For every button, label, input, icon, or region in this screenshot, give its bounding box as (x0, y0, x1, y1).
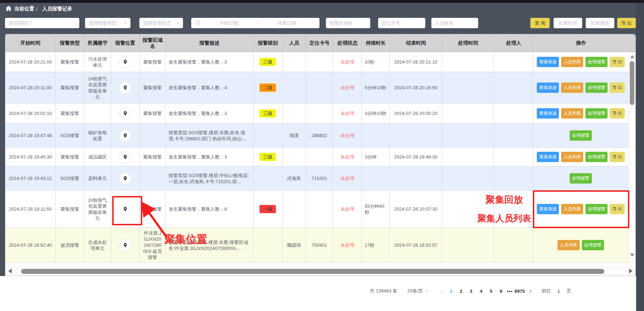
page-number-6[interactable]: 6 (496, 289, 506, 294)
card-no-cell: 286802 (306, 124, 333, 147)
table-header-row: 开始时间报警类型所属楼宇报警位置报警区域名报警描述报警级别人员定位卡号处理状态持… (5, 34, 635, 52)
table-body: 2024-07-28 20:21:00聚集报警污水处理单元聚集报警发生聚集报警，… (5, 52, 628, 267)
action-handle-button[interactable]: 处理报警 (585, 108, 608, 119)
action-track-button[interactable]: 聚集轨迹 (537, 108, 559, 119)
card-placeholder: 定位卡号 (382, 20, 422, 26)
prev-page-button[interactable]: ‹ (440, 287, 442, 295)
start-time-cell: 2024-07-28 19:43:12 (5, 166, 56, 190)
column-header: 报警位置 (111, 34, 140, 52)
location-pin-icon[interactable] (119, 239, 131, 251)
card-no-input[interactable]: 定位卡号 (378, 18, 425, 28)
handle-time-cell (442, 104, 494, 123)
card-no-cell (306, 191, 333, 227)
area-cell (140, 124, 166, 147)
person-cell (283, 148, 306, 166)
building-cell: 锅炉发电装置 (84, 124, 111, 147)
action-handle-button[interactable]: 处理报警 (582, 240, 604, 250)
action-list-button[interactable]: 人员列表 (561, 57, 583, 67)
horizontal-scrollbar[interactable] (5, 267, 635, 276)
location-pin-icon[interactable] (119, 56, 131, 68)
person-name-input[interactable]: 人员姓名 (431, 18, 478, 28)
page-number-3[interactable]: 3 (466, 289, 476, 294)
action-handle-button[interactable]: 处理报警 (570, 173, 592, 184)
status-text: 未处理 (340, 85, 354, 91)
vertical-scrollbar-thumb[interactable] (630, 61, 634, 105)
handle-status-cell: 未处理 (333, 191, 362, 227)
horizontal-scrollbar-thumb[interactable] (21, 269, 604, 274)
location-pin-icon[interactable] (119, 151, 131, 163)
card-no-cell (306, 148, 333, 166)
row-actions-cell: 处理报警 (533, 124, 628, 147)
breadcrumb-current: 人员报警记录 (42, 6, 72, 12)
duration-cell (362, 166, 390, 190)
location-pin-icon[interactable] (119, 172, 131, 185)
alarm-location-cell (111, 166, 140, 190)
action-export-button[interactable]: 导 出 (610, 152, 624, 162)
goto-page-input[interactable]: 1 (554, 289, 563, 294)
scroll-up-icon[interactable] (630, 55, 634, 58)
more-pages-icon[interactable]: ••• (507, 289, 513, 294)
next-page-button[interactable]: › (530, 287, 532, 295)
start-time-cell: 2024-07-28 18:52:40 (5, 228, 56, 262)
handle-status-select[interactable]: 选择处理状态 ∨ (139, 18, 183, 28)
person-cell (283, 72, 306, 103)
building-cell (84, 104, 111, 123)
page-number-5[interactable]: 5 (486, 289, 496, 294)
action-track-button[interactable]: 聚集轨迹 (537, 57, 559, 67)
action-export-button[interactable]: 导 出 (610, 108, 624, 119)
page-number-last[interactable]: 6975 (514, 289, 526, 294)
action-handle-button[interactable]: 处理报警 (585, 152, 608, 162)
location-pin-icon[interactable] (119, 82, 131, 94)
action-list-button[interactable]: 人员列表 (561, 152, 583, 162)
action-handle-button[interactable]: 处理报警 (585, 82, 608, 93)
area-cell: 聚集报警 (140, 52, 166, 72)
page-size-select[interactable]: 20条/页 ∨ (407, 288, 428, 294)
location-pin-icon[interactable] (119, 130, 131, 142)
page-number-1[interactable]: 1 (446, 289, 456, 294)
handle-time-cell (442, 72, 494, 103)
alarm-level-cell (253, 228, 283, 262)
date-range-picker[interactable]: 开始日期 - 结束日期 (191, 18, 319, 28)
alarm-location-cell (111, 72, 140, 103)
vertical-scrollbar[interactable] (628, 52, 635, 267)
action-list-button[interactable]: 人员列表 (561, 82, 583, 93)
status-text: 未处理 (340, 175, 354, 181)
batch-handle-button[interactable]: 批量处理 (554, 18, 582, 28)
page-number-4[interactable]: 4 (476, 289, 486, 294)
table-row: 2024-07-28 19:43:12SOS报警原料单元报警类型:SOS报警,楼… (5, 166, 628, 191)
alarm-type-cell: 聚集报警 (56, 104, 84, 123)
scroll-left-icon[interactable] (8, 269, 12, 274)
action-export-button[interactable]: 导 出 (610, 82, 624, 93)
location-pin-icon[interactable] (119, 107, 131, 120)
export-button[interactable]: 导 出 (617, 18, 636, 28)
department-select[interactable]: 请选择部门 (5, 18, 79, 28)
query-button[interactable]: 查 询 (530, 18, 550, 28)
handler-cell (494, 228, 533, 262)
action-list-button[interactable]: 人员列表 (558, 240, 580, 250)
handle-status-cell: 未处理 (333, 72, 362, 103)
action-list-button[interactable]: 人员列表 (561, 108, 583, 119)
handler-cell (494, 148, 533, 166)
page-number-2[interactable]: 2 (456, 289, 466, 294)
level-badge: 三级 (259, 58, 276, 66)
action-track-button[interactable]: 聚集轨迹 (537, 82, 559, 93)
card-no-cell (306, 72, 333, 103)
action-export-button[interactable]: 导 出 (610, 57, 624, 67)
column-header: 开始时间 (5, 34, 56, 52)
area-name-input[interactable]: 报警区域名 (326, 18, 370, 28)
description-cell: 发生聚集报警，聚集人数：3 (166, 52, 253, 72)
person-cell (283, 104, 306, 123)
column-header: 所属楼宇 (84, 34, 111, 52)
column-header: 处理人 (494, 34, 534, 52)
alarm-type-select[interactable]: 选择报警类型 ∨ (85, 18, 130, 28)
action-handle-button[interactable]: 处理报警 (585, 57, 608, 67)
alarm-location-cell (111, 148, 140, 166)
scroll-down-icon[interactable] (630, 254, 634, 257)
area-cell (140, 166, 166, 190)
batch-delete-button[interactable]: 批量删除 (586, 18, 614, 28)
scroll-right-icon[interactable] (629, 269, 633, 274)
action-handle-button[interactable]: 处理报警 (570, 130, 592, 141)
column-header: 人员 (283, 34, 306, 52)
card-no-cell (306, 104, 333, 123)
action-track-button[interactable]: 聚集轨迹 (537, 152, 559, 162)
